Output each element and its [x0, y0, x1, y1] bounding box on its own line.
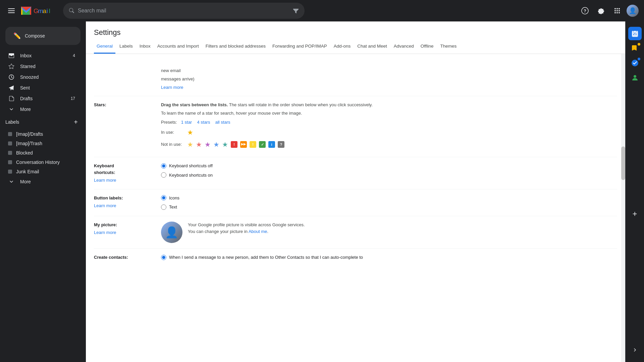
avatar-image: 👤 [627, 5, 639, 17]
tab-accounts[interactable]: Accounts and Import [155, 40, 202, 54]
label-dot [8, 160, 12, 164]
keyboard-shortcuts-off-text: Keyboard shortcuts off [169, 163, 213, 169]
star-not-use-5[interactable]: ★ [222, 139, 228, 149]
label-name: [Imap]/Trash [16, 141, 42, 146]
button-labels-text-label[interactable]: Text [161, 204, 617, 210]
settings-button[interactable] [594, 4, 608, 17]
star-not-use-3[interactable]: ★ [205, 139, 211, 149]
drafts-label: Drafts [20, 96, 65, 101]
badge-not-use-1[interactable]: ! [231, 141, 237, 148]
svg-point-12 [619, 8, 620, 9]
tab-forwarding[interactable]: Forwarding and POP/IMAP [270, 40, 330, 54]
sidebar-item-drafts[interactable]: Drafts 17 [0, 93, 80, 104]
button-labels-label: Button labels: Learn more [94, 195, 161, 210]
add-label-button[interactable]: + [71, 117, 80, 127]
preset-allstars[interactable]: all stars [215, 119, 230, 126]
tab-offline[interactable]: Offline [418, 40, 436, 54]
star-not-use-1[interactable]: ★ [187, 139, 193, 149]
keyboard-shortcuts-on-label[interactable]: Keyboard shortcuts on [161, 172, 617, 179]
create-contacts-radio[interactable] [161, 255, 166, 260]
label-item-imap-drafts[interactable]: [Imap]/Drafts [0, 129, 80, 139]
right-contacts-button[interactable] [628, 71, 642, 84]
tab-chat[interactable]: Chat and Meet [355, 40, 390, 54]
sidebar-item-sent[interactable]: Sent [0, 82, 80, 93]
badge-not-use-5[interactable]: i [268, 141, 275, 148]
svg-point-14 [616, 10, 618, 11]
button-labels-text-text: Text [169, 204, 177, 210]
create-contacts-radio-label[interactable]: When I send a message to a new person, a… [161, 254, 617, 261]
star-not-use-2[interactable]: ★ [196, 139, 202, 149]
create-contacts-desc-text: When I send a message to a new person, a… [169, 254, 363, 261]
compose-button[interactable]: ✏️ Compose [5, 27, 80, 45]
svg-text:i: i [46, 7, 48, 14]
tab-filters[interactable]: Filters and blocked addresses [203, 40, 268, 54]
preset-4stars[interactable]: 4 stars [197, 119, 210, 126]
picture-desc-2: You can change your picture in About me. [188, 228, 305, 235]
labels-more-button[interactable]: More [0, 176, 80, 187]
notification-row: new email messages arrive) Learn more [94, 62, 617, 96]
create-contacts-desc: When I send a message to a new person, a… [161, 254, 617, 261]
avatar[interactable]: 👤 [627, 5, 639, 17]
search-input[interactable] [78, 8, 290, 14]
tab-inbox[interactable]: Inbox [137, 40, 153, 54]
button-labels-learn-more[interactable]: Learn more [94, 202, 156, 209]
compose-icon: ✏️ [13, 32, 21, 40]
star-not-use-4[interactable]: ★ [213, 139, 219, 149]
sidebar-item-snoozed[interactable]: Snoozed [0, 72, 80, 82]
about-me-link[interactable]: About me [249, 229, 267, 234]
labels-more-label: More [20, 179, 31, 184]
labels-section-label: Labels [5, 119, 19, 125]
not-in-use-row: Not in use: ★ ★ ★ ★ ★ ! ▶▶ ! ✓ [161, 139, 617, 149]
my-picture-learn-more[interactable]: Learn more [94, 229, 156, 236]
button-labels-icons-label[interactable]: Icons [161, 195, 617, 201]
keyboard-shortcuts-on-radio[interactable] [161, 172, 166, 178]
hamburger-button[interactable] [5, 5, 17, 17]
badge-not-use-2[interactable]: ▶▶ [240, 141, 247, 148]
search-filter-icon[interactable] [292, 7, 299, 14]
star-in-use-1[interactable]: ★ [187, 127, 193, 137]
preset-1star[interactable]: 1 star [181, 119, 192, 126]
my-picture-value: 👤 Your Google profile picture is visible… [161, 222, 617, 243]
stars-desc3: To learn the name of a star for search, … [161, 110, 617, 117]
tab-general[interactable]: General [94, 40, 115, 54]
keyboard-shortcuts-row: Keyboardshortcuts: Learn more Keyboard s… [94, 157, 617, 189]
intro-text-2: messages arrive) [161, 76, 617, 83]
notification-learn-more[interactable]: Learn more [161, 84, 617, 91]
gmail-logo[interactable]: G m a i l [20, 5, 58, 17]
button-labels-icons-radio[interactable] [161, 195, 166, 200]
more-nav-button[interactable]: More [0, 104, 80, 115]
create-contacts-label-text: Create contacts: [94, 255, 128, 260]
sidebar-item-inbox[interactable]: Inbox 4 [0, 50, 80, 61]
right-add-button[interactable]: + [628, 207, 642, 221]
apps-button[interactable] [610, 4, 624, 17]
keyboard-shortcuts-off-radio[interactable] [161, 163, 166, 169]
keyboard-shortcuts-learn-more[interactable]: Learn more [94, 177, 156, 184]
tab-addons[interactable]: Add-ons [331, 40, 353, 54]
label-item-junk-email[interactable]: Junk Email [0, 167, 80, 176]
keyboard-shortcuts-off-label[interactable]: Keyboard shortcuts off [161, 163, 617, 169]
label-item-blocked[interactable]: Blocked [0, 148, 80, 158]
tab-labels[interactable]: Labels [117, 40, 136, 54]
badge-not-use-6[interactable]: ? [278, 141, 284, 148]
snoozed-label: Snoozed [20, 74, 75, 80]
help-button[interactable]: ? [578, 4, 592, 17]
badge-not-use-4[interactable]: ✓ [259, 141, 266, 148]
button-labels-text-radio[interactable] [161, 204, 166, 210]
right-sidebar: 21 + [625, 21, 644, 362]
right-expand-button[interactable] [628, 343, 642, 357]
svg-text:l: l [49, 7, 50, 14]
tab-advanced[interactable]: Advanced [391, 40, 417, 54]
badge-not-use-3[interactable]: ! [250, 141, 256, 148]
svg-point-18 [619, 12, 620, 13]
button-labels-row: Button labels: Learn more Icons [94, 189, 617, 216]
right-tasks-button[interactable] [628, 56, 642, 70]
label-item-conversation-history[interactable]: Conversation History [0, 158, 80, 167]
right-keep-button[interactable] [628, 42, 642, 55]
scrollbar-thumb[interactable] [621, 146, 625, 180]
right-calendar-button[interactable]: 21 [628, 27, 642, 40]
picture-section: 👤 Your Google profile picture is visible… [161, 222, 617, 243]
button-labels-value: Icons Text [161, 195, 617, 210]
sidebar-item-starred[interactable]: Starred [0, 61, 80, 72]
tab-themes[interactable]: Themes [438, 40, 460, 54]
label-item-imap-trash[interactable]: [Imap]/Trash [0, 139, 80, 148]
